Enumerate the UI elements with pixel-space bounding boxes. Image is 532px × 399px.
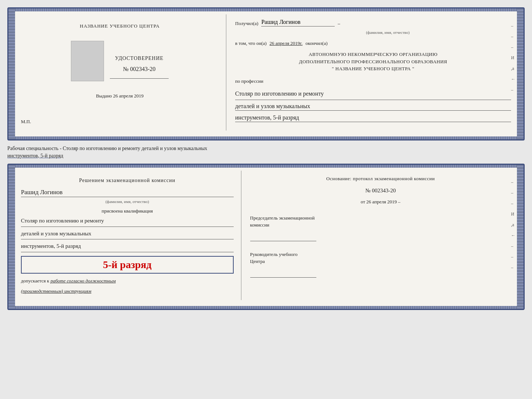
specialty-text2: инструментов, 5-й разряд [7,153,63,158]
chairman-label: Председатель экзаменационной комиссии [250,214,511,229]
mp-label: М.П. [21,119,31,125]
side-marks-top: – – – И ,а ← – [511,23,515,93]
received-label: Получил(а) [235,21,258,26]
doc-bottom-border [15,136,517,139]
org-block: АВТОНОМНУЮ НЕКОММЕРЧЕСКУЮ ОРГАНИЗАЦИЮ ДО… [235,51,511,72]
director-signature-line [250,270,316,278]
rank-box: 5-й разряд [21,256,234,274]
specialty-text: Рабочая специальность - Столяр по изгото… [7,146,207,151]
basis-line: Основание: протокол экзаменационной коми… [250,175,511,182]
doc2-right: Основание: протокол экзаменационной коми… [241,171,514,300]
admitted-text: работе согласно должностным [50,278,116,284]
page-wrapper: НАЗВАНИЕ УЧЕБНОГО ЦЕНТРА УДОСТОВЕРЕНИЕ №… [7,7,525,310]
doc-inner-bottom: Решением экзаменационной комиссии Рашид … [8,168,524,306]
doc2-left: Решением экзаменационной комиссии Рашид … [18,171,241,300]
org-line3: " НАЗВАНИЕ УЧЕБНОГО ЦЕНТРА " [235,65,511,72]
from-date: от 26 апреля 2019 – [250,199,511,205]
commission-name: Рашид Логинов [21,189,234,197]
admitted-label: допускается к [21,278,49,284]
center-name-top: НАЗВАНИЕ УЧЕБНОГО ЦЕНТРА [80,23,159,29]
issued-label: Выдано [96,93,112,99]
protocol-number: № 002343-20 [250,188,511,194]
chairman-signature-line [250,234,316,241]
certified-label: в том, что он(а) [235,40,267,46]
qual-line3: инструментов, 5-й разряд [21,242,234,252]
admitted-line2: (производственным) инструкциям [21,288,234,294]
cert-label: УДОСТОВЕРЕНИЕ [110,56,169,61]
specialty-label: Рабочая специальность - Столяр по изгото… [7,143,525,161]
profession-line1: Столяр по изготовлению и ремонту [235,89,511,100]
completed-label: окончил(а) [305,40,327,46]
doc-left-top: НАЗВАНИЕ УЧЕБНОГО ЦЕНТРА УДОСТОВЕРЕНИЕ №… [18,14,226,131]
profession-label: по профессии [235,78,511,84]
doc-bottom-top-border [15,165,517,168]
basis-line1: Основание: протокол экзаменационной коми… [326,176,435,181]
profession-line3: инструментов, 5-й разряд [235,114,511,122]
qualification-given: присвоена квалификация [21,208,234,214]
org-line2: ДОПОЛНИТЕЛЬНОГО ПРОФЕССИОНАЛЬНОГО ОБРАЗО… [235,58,511,65]
chairman-line2: комиссии [250,221,511,229]
document-card-top: НАЗВАНИЕ УЧЕБНОГО ЦЕНТРА УДОСТОВЕРЕНИЕ №… [7,7,525,140]
director-line2: Центра [250,258,511,265]
admitted-text2: (производственным) инструкциям [21,288,91,294]
side-marks-bottom: – – – И ,а ← – – – [511,179,515,270]
issued-date: 26 апреля 2019 [113,93,144,99]
doc-right-top: Получил(а) Рашид Логинов – (фамилия, имя… [226,14,514,131]
document-card-bottom: Решением экзаменационной комиссии Рашид … [7,164,525,310]
name-subtitle-top: (фамилия, имя, отчество) [305,30,471,35]
rank-big: 5-й разряд [103,259,151,270]
doc-inner-top: НАЗВАНИЕ УЧЕБНОГО ЦЕНТРА УДОСТОВЕРЕНИЕ №… [8,11,524,136]
name-sub-bottom: (фамилия, имя, отчество) [21,199,234,204]
chairman-line1: Председатель экзаменационной [250,214,511,222]
recipient-name: Рашид Логинов [261,19,335,26]
certified-date: 26 апреля 2019г. [270,40,303,46]
issued-line: Выдано 26 апреля 2019 [96,93,143,99]
certified-row: в том, что он(а) 26 апреля 2019г. окончи… [235,40,511,46]
org-line1: АВТОНОМНУЮ НЕКОММЕРЧЕСКУЮ ОРГАНИЗАЦИЮ [235,51,511,58]
cert-number-top: № 002343-20 [110,66,169,72]
director-label: Руководитель учебного Центра [250,251,511,265]
doc-top-border [15,8,517,11]
decision-line1: Решением экзаменационной комиссии [79,178,175,183]
qual-line2: деталей и узлов музыкальных [21,229,234,240]
photo-placeholder [71,41,104,81]
from-date-value: 26 апреля 2019 [366,199,397,204]
received-label-text: Получил(а) [235,21,258,26]
profession-line2: деталей и узлов музыкальных [235,103,511,111]
director-line1: Руководитель учебного [250,251,511,258]
from-label: от [361,199,365,204]
dash-1: – [338,21,340,26]
qual-line1: Столяр по изготовлению и ремонту [21,216,234,227]
commission-decision: Решением экзаменационной комиссии [21,177,234,184]
doc-bottom-bottom-border [15,306,517,309]
from-dash: – [398,199,400,204]
admitted-line: допускается к работе согласно должностны… [21,278,234,284]
